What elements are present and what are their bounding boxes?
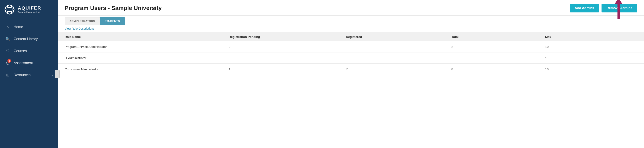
cell-registered-2: 7	[339, 64, 445, 75]
table-section: View Role Descriptions Role Name Registr…	[58, 25, 644, 148]
sidebar-item-content-library[interactable]: 🔍 Content Library	[0, 33, 58, 45]
assessment-badge: 1	[8, 59, 11, 63]
chevron-down-icon: ▾	[52, 74, 53, 77]
sidebar: AQUIFER Powered by Aqueduct ⌂ Home 🔍 Con…	[0, 0, 58, 148]
col-header-registered: Registered	[339, 32, 445, 41]
cell-role-name-0: Program Service Administrator	[58, 41, 222, 52]
cell-reg-pending-2: 1	[222, 64, 340, 75]
cell-total-2: 8	[445, 64, 538, 75]
header-buttons: Add Admins Remove Admins	[570, 4, 637, 12]
tabs-header: ADMINISTRATORS STUDENTS	[58, 16, 644, 25]
view-role-descriptions-link[interactable]: View Role Descriptions	[58, 25, 101, 32]
col-header-role-name: Role Name	[58, 32, 222, 41]
sidebar-item-content-library-label: Content Library	[14, 37, 38, 41]
sidebar-item-home-label: Home	[14, 25, 23, 29]
logo-text: AQUIFER Powered by Aqueduct	[18, 6, 41, 14]
page-header: Program Users - Sample University Add Ad…	[58, 0, 644, 16]
cell-total-0: 2	[445, 41, 538, 52]
sidebar-item-courses-label: Courses	[14, 49, 27, 53]
sidebar-collapse-button[interactable]: ‹	[55, 70, 60, 78]
table-row: Program Service Administrator 2 2 10	[58, 41, 644, 52]
admins-table: Role Name Registration Pending Registere…	[58, 32, 644, 74]
cell-registered-0	[339, 41, 445, 52]
sidebar-item-assessment-label: Assessment	[14, 61, 33, 65]
col-header-registration-pending: Registration Pending	[222, 32, 340, 41]
logo-title: AQUIFER	[18, 6, 41, 10]
sidebar-nav: ⌂ Home 🔍 Content Library ♡ Courses ◎ 1 A…	[0, 19, 58, 148]
svg-point-2	[5, 8, 14, 12]
sidebar-item-courses[interactable]: ♡ Courses	[0, 45, 58, 57]
cell-max-1: 1	[538, 52, 644, 64]
tab-students[interactable]: STUDENTS	[100, 17, 125, 25]
cell-total-1	[445, 52, 538, 64]
svg-point-1	[7, 5, 12, 14]
cell-role-name-2: Curriculum Administrator	[58, 64, 222, 75]
table-body: Program Service Administrator 2 2 10 IT …	[58, 41, 644, 74]
tab-administrators[interactable]: ADMINISTRATORS	[65, 17, 100, 25]
main-content: Program Users - Sample University Add Ad…	[58, 0, 644, 148]
sidebar-item-assessment[interactable]: ◎ 1 Assessment	[0, 57, 58, 69]
resources-icon: ⊞	[5, 72, 10, 78]
col-header-total: Total	[445, 32, 538, 41]
courses-icon: ♡	[5, 48, 10, 54]
cell-reg-pending-0: 2	[222, 41, 340, 52]
cell-role-name-1: IT Administrator	[58, 52, 222, 64]
logo-area: AQUIFER Powered by Aqueduct	[0, 0, 58, 19]
svg-point-0	[5, 5, 14, 14]
table-row: IT Administrator 1	[58, 52, 644, 64]
page-title: Program Users - Sample University	[65, 5, 162, 12]
sidebar-item-resources[interactable]: ⊞ Resources ▾	[0, 69, 58, 81]
cell-reg-pending-1	[222, 52, 340, 64]
tabs-area: ADMINISTRATORS STUDENTS	[58, 16, 644, 25]
table-row: Curriculum Administrator 1 7 8 10	[58, 64, 644, 75]
add-admins-button[interactable]: Add Admins	[570, 4, 599, 12]
home-icon: ⌂	[5, 24, 10, 30]
search-icon: 🔍	[5, 36, 10, 42]
cell-max-0: 10	[538, 41, 644, 52]
aquifer-logo-icon	[4, 4, 15, 15]
logo-subtitle: Powered by Aqueduct	[18, 11, 41, 14]
sidebar-item-home[interactable]: ⌂ Home	[0, 21, 58, 33]
table-header-row: Role Name Registration Pending Registere…	[58, 32, 644, 41]
sidebar-item-resources-label: Resources	[14, 73, 30, 77]
remove-admins-button[interactable]: Remove Admins	[602, 4, 637, 12]
col-header-max: Max	[538, 32, 644, 41]
table-header: Role Name Registration Pending Registere…	[58, 32, 644, 41]
cell-max-2: 10	[538, 64, 644, 75]
cell-registered-1	[339, 52, 445, 64]
